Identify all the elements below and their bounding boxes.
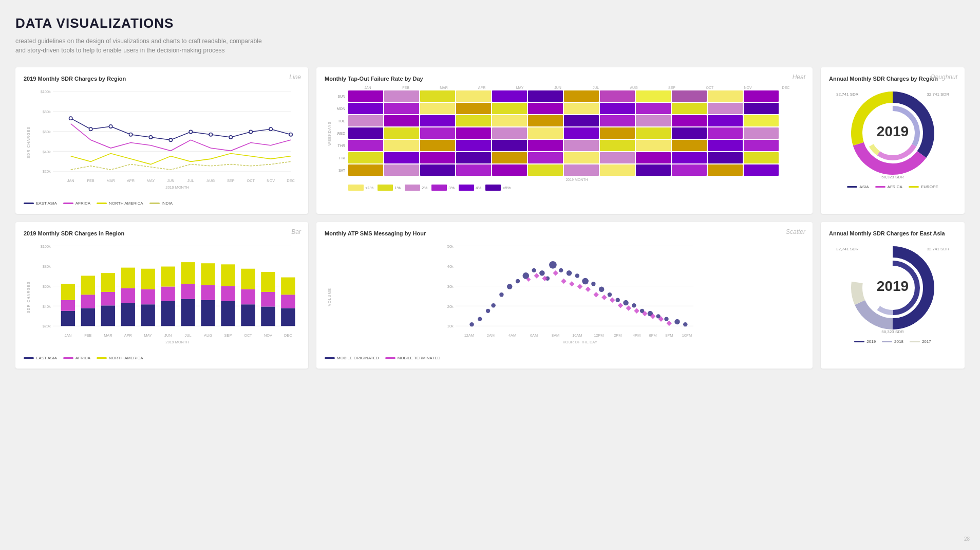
bar-chart-title: 2019 Monthly SDR Charges in Region [24,230,300,236]
svg-rect-65 [141,289,155,304]
svg-point-14 [149,136,152,139]
svg-text:MAR: MAR [106,178,115,183]
svg-text:$40k: $40k [43,304,51,309]
svg-point-136 [664,317,668,321]
heat-cell [564,140,599,151]
svg-text:APR: APR [127,178,135,183]
heat-day-label-fri: FRI [335,156,347,160]
svg-text:$100k: $100k [41,244,51,249]
heat-cell [420,103,455,114]
svg-text:JUL: JUL [187,178,194,183]
heat-row-thr: THR [335,140,804,151]
heat-cell [744,127,779,139]
svg-rect-59 [101,292,115,305]
heat-legend-5: <5% [485,185,511,191]
heat-cell [420,115,455,126]
svg-text:SEP: SEP [227,178,235,183]
heat-cell [456,115,491,126]
svg-text:6PM: 6PM [649,333,657,338]
heat-day-label-tue: TUE [335,119,347,123]
svg-text:NOV: NOV [264,333,272,338]
doughnut2-top-left-val: 32,741 SDR [836,247,859,251]
doughnut2-top-right-val: 32,741 SDR [927,247,949,251]
svg-rect-55 [81,308,95,326]
svg-rect-62 [121,288,135,303]
svg-marker-142 [553,270,558,276]
svg-rect-70 [181,299,195,326]
heat-cell [420,90,455,102]
legend-india: INDIA [149,201,173,206]
svg-point-117 [516,279,520,283]
svg-marker-152 [634,308,639,314]
svg-rect-69 [161,267,175,287]
scatter-legend-originated: MOBILE ORIGINATED [325,356,379,360]
svg-text:DEC: DEC [287,178,295,183]
svg-text:MAR: MAR [104,333,112,338]
heat-legend-4: 4% [459,185,482,191]
svg-rect-54 [61,284,75,300]
heat-cell [672,164,707,176]
bar-legend-east-asia: EAST ASIA [24,356,57,360]
svg-point-127 [591,282,595,286]
svg-point-122 [549,261,557,269]
heat-cell [456,90,491,102]
bar-chart-legend: EAST ASIA AFRICA NORTH AMERICA [24,356,300,360]
heat-row-wed: WED [335,127,804,139]
heat-day-label-sun: SUN [335,95,347,98]
svg-text:$60k: $60k [43,284,51,289]
heat-x-axis-label: 2019 MONTH [349,178,804,181]
svg-rect-86 [281,295,295,308]
svg-point-21 [289,133,292,136]
svg-text:JUN: JUN [164,333,172,338]
page-title: DATA VISUALIZATIONS [15,15,965,31]
svg-point-123 [559,268,563,272]
svg-rect-80 [241,289,255,304]
doughnut2-bottom-val: 50,323 SDR [881,329,904,334]
svg-point-116 [507,284,513,289]
heat-cell [672,90,707,102]
svg-point-114 [491,303,495,307]
line-chart-svg: $100k $80k $60k $40k $20k [33,86,300,189]
svg-text:MAY: MAY [144,333,152,338]
svg-point-128 [599,286,605,292]
doughnut1-card: Doughnut Annual Monthly SDR Charges by R… [821,67,965,214]
svg-rect-67 [161,301,175,326]
svg-text:10PM: 10PM [682,333,692,338]
svg-rect-56 [81,295,95,308]
svg-text:JAN: JAN [64,333,71,338]
svg-point-19 [249,130,252,133]
svg-text:OCT: OCT [247,178,255,183]
heat-cell [492,152,527,163]
heat-cell [636,152,671,163]
bar-type-label: Bar [291,228,301,235]
scatter-chart-svg: 50k 40k 30k 20k 10k [334,241,804,343]
heat-cell [672,115,707,126]
heat-month-apr: APR [463,86,500,89]
svg-rect-74 [201,285,215,300]
heat-month-aug: AUG [615,86,652,89]
svg-point-138 [683,322,687,326]
heat-cell [528,90,563,102]
svg-marker-140 [534,273,540,279]
svg-text:$20k: $20k [43,324,51,328]
heat-month-jan: JAN [349,86,386,89]
heat-cell [744,90,779,102]
scatter-chart-legend: MOBILE ORIGINATED MOBILE TERMINATED [325,356,804,360]
svg-text:4AM: 4AM [508,333,516,338]
svg-text:4PM: 4PM [633,333,640,338]
svg-point-17 [209,133,212,136]
heat-cell [636,115,671,126]
doughnut1-legend: ASIA AFRICA EUROPE [829,185,956,189]
heat-cell [384,103,419,114]
heat-cell [564,164,599,176]
doughnut1-legend-europe: EUROPE [909,185,938,189]
svg-text:JUN: JUN [167,178,174,183]
svg-text:12PM: 12PM [594,333,604,338]
doughnut2-legend-2018: 2018 [882,339,903,344]
svg-rect-75 [201,263,215,285]
svg-text:6AM: 6AM [530,333,538,338]
heat-cell [564,115,599,126]
heat-month-mar: MAR [425,86,462,89]
svg-point-120 [539,270,545,276]
heat-cell [384,152,419,163]
